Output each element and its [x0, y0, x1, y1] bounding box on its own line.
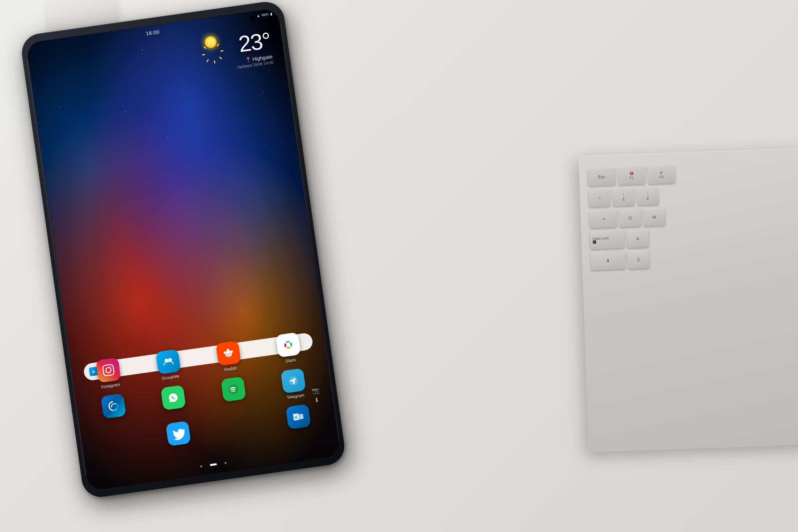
- key-1-top: !: [623, 193, 624, 196]
- slack-label: Slack: [285, 357, 296, 364]
- telegram-label: Telegram: [286, 392, 304, 399]
- keyboard-inner: Esc 🔇 F1 🔉 F2 ¬ !: [583, 152, 798, 448]
- key-esc-label: Esc: [598, 174, 605, 179]
- key-2-top: ": [647, 192, 648, 196]
- key-q-label: Q: [629, 216, 632, 220]
- svg-rect-0: [102, 364, 114, 376]
- svg-rect-15: [287, 346, 291, 349]
- nav-dot-1: [200, 465, 203, 468]
- status-icons: ▲ WiFi ▮: [256, 12, 272, 18]
- outlook-icon: O: [286, 404, 311, 429]
- key-row-5: ⬆ Z: [591, 245, 798, 270]
- key-backtick-label: ¬: [598, 195, 601, 200]
- app-item-telegram[interactable]: Telegram: [264, 366, 324, 403]
- signal-icon: ▲: [256, 14, 260, 18]
- key-1-label: 1: [622, 196, 625, 201]
- svg-point-2: [110, 366, 111, 368]
- weather-widget: 23° 📍 Highgate Updated 29/08 14:06: [233, 29, 274, 69]
- key-z[interactable]: Z: [627, 250, 650, 269]
- key-f1[interactable]: 🔇 F1: [618, 166, 646, 185]
- caps-lock-icon: ⬛: [592, 240, 596, 244]
- groupme-label: GroupMe: [161, 374, 180, 381]
- key-shift[interactable]: ⬆: [591, 251, 626, 270]
- key-f1-icon: 🔇: [629, 171, 633, 175]
- groupme-icon: [155, 349, 181, 375]
- key-tab[interactable]: ⇥: [589, 209, 617, 228]
- key-f2-label: F2: [659, 175, 664, 179]
- key-row-1: Esc 🔇 F1 🔉 F2: [588, 161, 797, 186]
- app-item-spotify[interactable]: [204, 374, 264, 411]
- key-row-2: ¬ ! 1 " 2: [588, 182, 798, 207]
- svg-text:O: O: [294, 415, 298, 420]
- key-w-label: W: [652, 214, 657, 219]
- phone-screen: 18:00 ▲ WiFi ▮ 23° 📍 Highgate Updated 29…: [26, 8, 340, 491]
- key-backtick[interactable]: ¬: [588, 189, 611, 207]
- shift-icon: ⬆: [606, 258, 610, 263]
- whatsapp-icon: [161, 385, 186, 410]
- key-q[interactable]: Q: [619, 209, 641, 227]
- instagram-label: Instagram: [101, 382, 120, 389]
- key-tab-label: ⇥: [601, 217, 604, 221]
- weather-sun-icon: [198, 30, 222, 54]
- key-row-4: Caps Lock ⬛ A: [590, 224, 798, 249]
- twitter-icon: [166, 421, 191, 447]
- keyboard: Esc 🔇 F1 🔉 F2 ¬ !: [579, 148, 798, 452]
- key-w[interactable]: W: [643, 208, 666, 226]
- key-f2[interactable]: 🔉 F2: [648, 165, 676, 184]
- nav-dot-3: [224, 462, 227, 464]
- reddit-icon: [215, 341, 241, 366]
- svg-rect-14: [290, 343, 292, 347]
- battery-icon: ▮: [270, 12, 272, 16]
- telegram-icon: [281, 368, 306, 394]
- slack-icon: [275, 332, 301, 358]
- status-time: 18:00: [145, 29, 160, 37]
- location-pin-icon: 📍: [245, 57, 252, 63]
- wifi-icon: WiFi: [261, 12, 269, 17]
- key-z-label: Z: [637, 257, 640, 262]
- reddit-label: Reddit: [224, 366, 237, 372]
- app-item-whatsapp[interactable]: [144, 382, 204, 419]
- key-caps-lock[interactable]: Caps Lock ⬛: [590, 230, 625, 249]
- svg-point-1: [105, 367, 111, 373]
- key-1[interactable]: ! 1: [613, 187, 635, 206]
- instagram-icon: [95, 357, 121, 383]
- spotify-icon: [221, 376, 246, 402]
- svg-rect-12: [284, 343, 286, 348]
- key-2[interactable]: " 2: [637, 187, 659, 205]
- caps-lock-label: Caps Lock: [592, 236, 609, 240]
- app-item-edge[interactable]: [84, 391, 144, 428]
- key-a[interactable]: A: [627, 229, 649, 248]
- weather-temperature: 23°: [233, 29, 272, 56]
- svg-rect-13: [286, 341, 290, 343]
- key-2-label: 2: [646, 196, 649, 200]
- key-f1-label: F1: [630, 176, 634, 180]
- edge-icon: [101, 393, 126, 419]
- key-esc[interactable]: Esc: [588, 167, 616, 186]
- key-row-3: ⇥ Q W: [589, 203, 798, 228]
- key-f2-icon: 🔉: [659, 170, 663, 174]
- key-a-label: A: [636, 236, 639, 241]
